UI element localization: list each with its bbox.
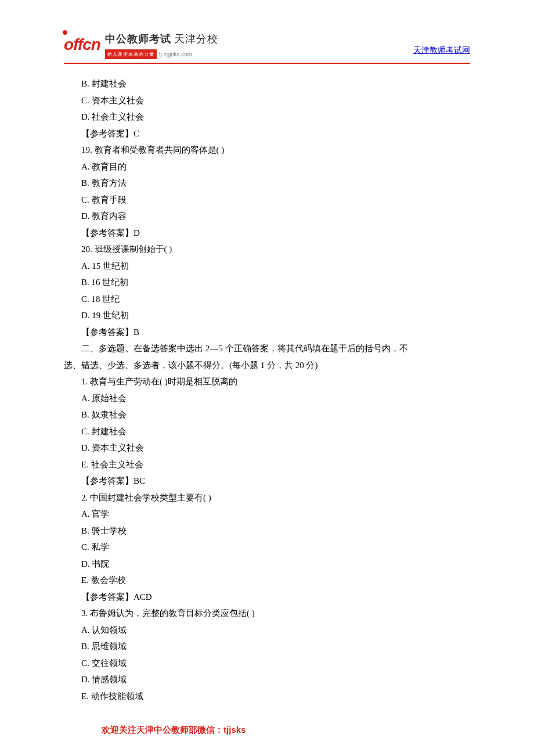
option-text: C. 私学 bbox=[64, 539, 470, 556]
option-text: D. 教育内容 bbox=[64, 208, 470, 225]
answer-text: 【参考答案】D bbox=[64, 225, 470, 242]
section-intro-cont: 选、错选、少选、多选者，该小题不得分。(每小题 1 分，共 20 分) bbox=[64, 357, 470, 374]
logo-offcn-icon: offcn bbox=[64, 29, 100, 60]
page-footer: 欢迎关注天津中公教师部微信：tjjsks bbox=[64, 722, 470, 739]
option-text: E. 教会学校 bbox=[64, 572, 470, 589]
option-text: D. 书院 bbox=[64, 556, 470, 573]
option-text: B. 16 世纪初 bbox=[64, 274, 470, 291]
option-text: B. 教育方法 bbox=[64, 175, 470, 192]
option-text: C. 封建社会 bbox=[64, 423, 470, 440]
option-text: E. 社会主义社会 bbox=[64, 456, 470, 473]
option-text: D. 19 世纪初 bbox=[64, 307, 470, 324]
section-intro: 二、多选题。在备选答案中选出 2—5 个正确答案，将其代码填在题干后的括号内，不 bbox=[64, 340, 470, 357]
answer-text: 【参考答案】ACD bbox=[64, 589, 470, 606]
document-page: offcn 中公教师考试天津分校 给人改变未来的力量 tj.zgjsks.com… bbox=[0, 0, 534, 756]
option-text: A. 官学 bbox=[64, 506, 470, 523]
option-text: C. 交往领域 bbox=[64, 655, 470, 672]
question-text: 19. 教育者和受教育者共同的客体是( ) bbox=[64, 142, 470, 159]
option-text: C. 资本主义社会 bbox=[64, 92, 470, 109]
option-text: C. 教育手段 bbox=[64, 192, 470, 208]
site-link[interactable]: 天津教师考试网 bbox=[413, 43, 470, 59]
question-text: 20. 班级授课制创始于( ) bbox=[64, 241, 470, 258]
answer-text: 【参考答案】B bbox=[64, 324, 470, 341]
brand-branch: 天津分校 bbox=[174, 33, 218, 45]
option-text: B. 封建社会 bbox=[64, 75, 470, 92]
brand-main: 中公教师考试 bbox=[105, 33, 171, 45]
option-text: D. 资本主义社会 bbox=[64, 440, 470, 456]
question-text: 1. 教育与生产劳动在( )时期是相互脱离的 bbox=[64, 373, 470, 390]
brand-name: 中公教师考试天津分校 bbox=[105, 29, 218, 49]
option-text: A. 认知领域 bbox=[64, 622, 470, 639]
option-text: A. 教育目的 bbox=[64, 159, 470, 175]
option-text: C. 18 世纪 bbox=[64, 291, 470, 308]
option-text: B. 骑士学校 bbox=[64, 523, 470, 539]
option-text: D. 情感领域 bbox=[64, 671, 470, 688]
option-text: B. 思维领域 bbox=[64, 638, 470, 655]
question-text: 2. 中国封建社会学校类型主要有( ) bbox=[64, 489, 470, 506]
option-text: E. 动作技能领域 bbox=[64, 688, 470, 705]
document-body: B. 封建社会 C. 资本主义社会 D. 社会主义社会 【参考答案】C 19. … bbox=[64, 75, 470, 704]
brand-subline: 给人改变未来的力量 tj.zgjsks.com bbox=[105, 49, 218, 60]
option-text: D. 社会主义社会 bbox=[64, 109, 470, 125]
logo-text-block: 中公教师考试天津分校 给人改变未来的力量 tj.zgjsks.com bbox=[105, 29, 218, 60]
brand-tagline: 给人改变未来的力量 bbox=[105, 49, 157, 59]
footer-text: 欢迎关注天津中公教师部微信：tjjsks bbox=[102, 725, 246, 735]
answer-text: 【参考答案】BC bbox=[64, 473, 470, 489]
logo-block: offcn 中公教师考试天津分校 给人改变未来的力量 tj.zgjsks.com bbox=[64, 29, 218, 60]
option-text: A. 原始社会 bbox=[64, 390, 470, 407]
option-text: A. 15 世纪初 bbox=[64, 258, 470, 275]
brand-url: tj.zgjsks.com bbox=[159, 49, 192, 60]
option-text: B. 奴隶社会 bbox=[64, 406, 470, 423]
answer-text: 【参考答案】C bbox=[64, 125, 470, 142]
question-text: 3. 布鲁姆认为，完整的教育目标分类应包括( ) bbox=[64, 605, 470, 622]
page-header: offcn 中公教师考试天津分校 给人改变未来的力量 tj.zgjsks.com… bbox=[64, 29, 470, 64]
